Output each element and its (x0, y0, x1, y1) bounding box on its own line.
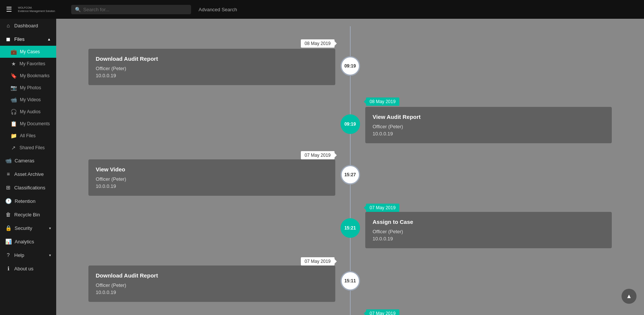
chevron-up-icon: ▲ (47, 37, 51, 41)
help-icon: ? (5, 252, 11, 258)
sidebar-item-retention[interactable]: 🕐 Retention (0, 194, 56, 208)
sidebar-my-cases-label: My Cases (20, 49, 40, 54)
card-2-action: View Audit Report (373, 114, 605, 120)
timeline-node-2: 09:19 (341, 114, 360, 134)
classifications-icon: ⊞ (5, 184, 11, 190)
sidebar-all-files-label: All Files (20, 133, 36, 138)
sidebar-cameras-label: Cameras (15, 158, 34, 164)
node-circle-2: 09:19 (341, 114, 360, 134)
date-badge-6: 07 May 2019 (366, 309, 399, 315)
sidebar-help-label: Help (14, 252, 24, 258)
my-videos-icon: 📹 (10, 97, 17, 103)
node-circle-1: 09:19 (341, 56, 360, 76)
sidebar-item-dashboard[interactable]: ⌂ Dashboard (0, 19, 56, 32)
node-circle-3: 15:27 (341, 165, 360, 184)
all-files-icon: 📁 (10, 133, 17, 139)
timeline-node-5: 15:11 (341, 271, 360, 291)
card-5-action: Download Audit Report (96, 272, 328, 279)
date-badge-3: 07 May 2019 (301, 151, 334, 159)
card-1-ip: 10.0.0.19 (96, 73, 328, 78)
sidebar-item-my-bookmarks[interactable]: 🔖 My Bookmarks (0, 70, 56, 82)
timeline-node-1: 09:19 (341, 56, 360, 76)
card-3-action: View Video (96, 166, 328, 172)
sidebar-item-security[interactable]: 🔒 Security ▾ (0, 221, 56, 235)
logo-sub: Evidence Management Solution (18, 9, 67, 13)
cameras-icon: 📹 (5, 158, 12, 164)
my-favorites-icon: ★ (10, 61, 16, 67)
my-photos-icon: 📷 (10, 85, 17, 91)
topbar: ☰ WOLFCOM. Evidence Management Solution … (0, 0, 644, 19)
sidebar-item-analytics[interactable]: 📊 Analytics (0, 235, 56, 248)
card-4-action: Assign to Case (373, 219, 605, 225)
analytics-icon: 📊 (5, 238, 12, 244)
sidebar-item-shared-files[interactable]: ↗ Shared Files (0, 142, 56, 154)
retention-icon: 🕐 (5, 198, 12, 204)
sidebar-item-all-files[interactable]: 📁 All Files (0, 130, 56, 142)
card-1-action: Download Audit Report (96, 56, 328, 62)
scroll-top-button[interactable]: ▲ (622, 289, 637, 304)
sidebar-my-audios-label: My Audios (20, 109, 40, 114)
sidebar-item-help[interactable]: ? Help ▾ (0, 248, 56, 262)
my-cases-icon: 💼 (10, 49, 17, 55)
sidebar: ⌂ Dashboard ◼ Files ▲ 💼 My Cases ★ My Fa… (0, 19, 56, 315)
my-documents-icon: 📋 (10, 121, 17, 127)
search-input[interactable] (83, 7, 187, 12)
topbar-logo: WOLFCOM. Evidence Management Solution (18, 6, 67, 13)
dashboard-icon: ⌂ (5, 22, 11, 28)
node-circle-4: 15:21 (341, 218, 360, 238)
card-3-ip: 10.0.0.19 (96, 183, 328, 189)
timeline-card-3: View Video Officer (Peter) 10.0.0.19 (88, 159, 335, 196)
timeline-node-4: 15:21 (341, 218, 360, 238)
hamburger-icon[interactable]: ☰ (6, 5, 12, 14)
sidebar-item-my-favorites[interactable]: ★ My Favorites (0, 58, 56, 70)
date-badge-4: 07 May 2019 (366, 204, 399, 212)
sidebar-my-bookmarks-label: My Bookmarks (20, 73, 49, 78)
card-3-officer: Officer (Peter) (96, 176, 328, 182)
timeline-card-4: Assign to Case Officer (Peter) 10.0.0.19 (365, 212, 612, 248)
asset-archive-icon: ≡ (5, 171, 11, 177)
sidebar-item-my-cases[interactable]: 💼 My Cases (0, 46, 56, 58)
timeline-container: 08 May 2019 Download Audit Report Office… (56, 26, 644, 315)
sidebar-about-us-label: About us (14, 266, 33, 272)
sidebar-classifications-label: Classifications (14, 185, 45, 190)
sidebar-my-documents-label: My Documents (20, 121, 50, 126)
search-bar: 🔍 (71, 5, 191, 14)
sidebar-dashboard-label: Dashboard (14, 23, 38, 28)
sidebar-files-label: Files (14, 36, 24, 42)
sidebar-recycle-bin-label: Recycle Bin (14, 212, 40, 218)
sidebar-item-my-photos[interactable]: 📷 My Photos (0, 82, 56, 94)
security-chevron-icon: ▾ (49, 226, 51, 230)
advanced-search-link[interactable]: Advanced Search (199, 7, 237, 12)
timeline-node-3: 15:27 (341, 165, 360, 184)
sidebar-item-recycle-bin[interactable]: 🗑 Recycle Bin (0, 208, 56, 221)
sidebar-retention-label: Retention (15, 198, 36, 204)
timeline-content: 08 May 2019 Download Audit Report Office… (56, 19, 644, 315)
sidebar-item-classifications[interactable]: ⊞ Classifications (0, 181, 56, 194)
sidebar-item-about-us[interactable]: ℹ About us (0, 262, 56, 275)
my-audios-icon: 🎧 (10, 109, 17, 115)
date-badge-1: 08 May 2019 (301, 39, 334, 48)
timeline-card-1: Download Audit Report Officer (Peter) 10… (88, 49, 335, 85)
card-5-ip: 10.0.0.19 (96, 290, 328, 295)
security-icon: 🔒 (5, 225, 12, 231)
sidebar-analytics-label: Analytics (15, 239, 34, 244)
timeline-card-2: View Audit Report Officer (Peter) 10.0.0… (365, 107, 612, 143)
about-us-icon: ℹ (5, 266, 11, 272)
card-2-officer: Officer (Peter) (373, 124, 605, 129)
help-chevron-icon: ▾ (49, 253, 51, 257)
scroll-top-icon: ▲ (626, 293, 632, 300)
sidebar-item-asset-archive[interactable]: ≡ Asset Archive (0, 167, 56, 181)
shared-files-icon: ↗ (10, 145, 16, 151)
node-circle-5: 15:11 (341, 271, 360, 291)
timeline-card-5: Download Audit Report Officer (Peter) 10… (88, 266, 335, 302)
recycle-bin-icon: 🗑 (5, 212, 11, 218)
sidebar-item-my-videos[interactable]: 📹 My Videos (0, 94, 56, 106)
my-bookmarks-icon: 🔖 (10, 73, 17, 79)
sidebar-item-my-documents[interactable]: 📋 My Documents (0, 118, 56, 130)
sidebar-asset-archive-label: Asset Archive (14, 171, 44, 177)
date-badge-5: 07 May 2019 (301, 257, 334, 266)
sidebar-item-cameras[interactable]: 📹 Cameras (0, 154, 56, 167)
sidebar-item-files[interactable]: ◼ Files ▲ (0, 32, 56, 46)
sidebar-item-my-audios[interactable]: 🎧 My Audios (0, 106, 56, 118)
sidebar-my-favorites-label: My Favorites (19, 61, 45, 66)
